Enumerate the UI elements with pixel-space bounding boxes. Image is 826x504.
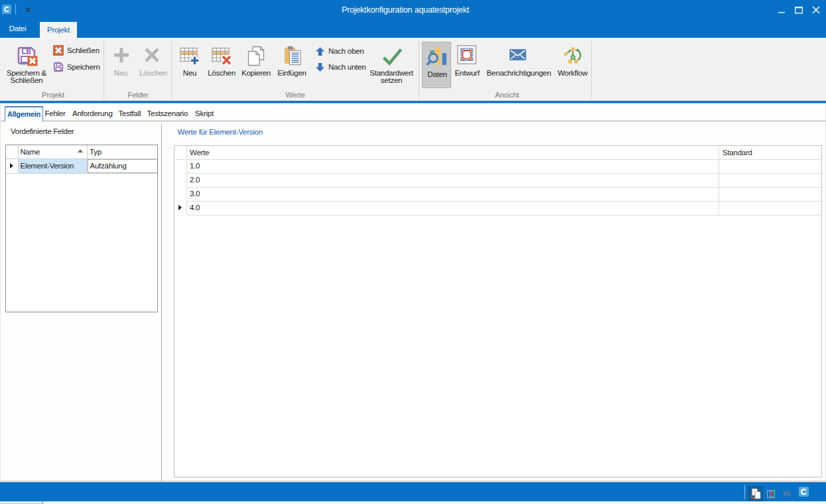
bottom-strip [0,501,826,504]
ribbon-tabstrip: Datei Projekt [0,20,826,38]
status-grid-icon [767,490,775,498]
group-separator [419,40,419,99]
right-panel-title: Werte für Element-Version [178,128,263,136]
paste-label: Einfügen [277,70,306,77]
column-header-standard[interactable]: Standard [723,146,815,159]
table-line [186,146,187,216]
column-header-werte[interactable]: Werte [190,146,389,159]
values-table: Werte Standard 1.0 2.0 3.0 4.0 [174,145,822,477]
tab-testfall[interactable]: Testfall [119,107,141,121]
column-header-name[interactable]: Name [21,145,87,158]
new-field-icon [113,46,130,64]
delete-field-icon [143,46,161,64]
table-cell-werte[interactable]: 1.0 [190,159,389,173]
left-panel-title: Vordefinierte Felder [11,127,74,135]
close-project-icon [53,45,64,56]
save-icon [53,62,64,72]
notifications-icon [510,49,526,60]
status-transfer-icon [750,488,761,499]
group-separator [171,40,172,99]
close-project-label: Schließen [67,45,100,56]
window-title: Projektkonfiguration aquatestprojekt [0,0,811,20]
table-line [719,146,719,216]
new-value-label: Neu [183,70,196,77]
save-label: Speichern [67,62,100,72]
save-close-label-line2: Schließen [11,77,43,84]
set-default-label-line2: setzen [381,77,402,84]
tab-anforderung[interactable]: Anforderung [72,107,113,121]
row-indicator-icon [10,163,13,168]
move-down-icon [316,63,324,72]
table-line [186,215,822,216]
ribbon-group-label-werte: Werte [285,90,305,99]
tab-testszenario[interactable]: Testszenario [147,107,188,121]
tab-fehler[interactable]: Fehler [45,107,66,121]
group-separator [591,40,592,99]
ribbon-tab-projekt[interactable]: Projekt [40,22,77,38]
copy-icon [246,46,266,66]
status-app-icon [799,487,809,497]
workflow-label: Workflow [557,70,587,77]
content-area: Allgemein Fehler Anforderung Testfall Te… [0,103,826,481]
copy-label: Kopieren [241,70,271,77]
new-field-label: Neu [114,70,127,77]
grid-cell-name[interactable]: Element-Version [19,159,87,173]
table-cell-werte[interactable]: 4.0 [190,201,389,215]
fields-grid: Name Typ Element-Version Aufzählung [5,145,158,312]
status-transfer-button[interactable] [748,486,763,501]
design-view-icon [457,45,476,64]
grid-cell-typ[interactable]: Aufzählung [88,159,158,173]
sort-ascending-icon [78,149,83,153]
data-view-button[interactable]: Daten [422,42,451,88]
ribbon: Speichern & Schließen Schließen Speicher… [0,38,826,101]
titlebar: Projektkonfiguration aquatestprojekt [0,0,826,20]
ribbon-tab-datei[interactable]: Datei [3,20,33,38]
table-cell-werte[interactable]: 3.0 [190,187,389,201]
ribbon-group-label-ansicht: Ansicht [495,90,519,99]
close-button[interactable] [805,0,826,20]
design-view-label: Entwurf [454,70,479,77]
bottom-strip-notch [42,501,43,504]
tab-allgemein[interactable]: Allgemein [5,106,43,121]
panel-splitter[interactable] [161,123,162,481]
row-indicator-icon [178,205,182,210]
delete-value-icon [212,46,232,66]
ribbon-group-label-projekt: Projekt [42,90,64,99]
data-view-icon [427,44,448,67]
notifications-label: Benachrichtigungen [486,70,551,77]
bottom-strip-left [0,501,42,504]
delete-value-label: Löschen [208,70,236,77]
grid-line [6,173,157,174]
delete-field-label: Löschen [139,70,167,77]
move-down-label: Nach unten [328,62,366,72]
ribbon-group-label-felder: Felder [127,90,148,99]
tab-skript[interactable]: Skript [195,107,214,121]
statusbar-separator [744,485,745,499]
set-default-icon [382,48,403,66]
move-up-label: Nach oben [328,46,364,56]
table-cell-werte[interactable]: 2.0 [190,173,389,187]
save-close-icon [17,46,38,67]
column-header-typ[interactable]: Typ [90,145,156,158]
status-mail-icon [783,491,791,497]
application-window: Projektkonfiguration aquatestprojekt Dat… [0,0,826,504]
paste-icon [283,46,303,66]
new-value-icon [180,46,200,66]
data-view-label: Daten [427,71,447,78]
move-up-icon [316,47,324,56]
workflow-icon [563,46,581,64]
content-bottom-line [1,481,826,481]
group-separator [103,40,104,99]
statusbar [0,482,826,501]
